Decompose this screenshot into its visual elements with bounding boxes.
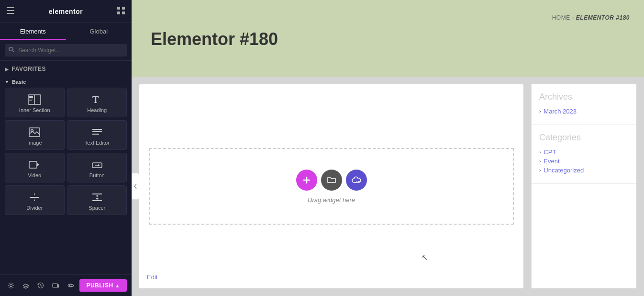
tab-elements[interactable]: Elements (0, 23, 66, 40)
categories-item-0-label: CPT (544, 148, 556, 156)
svg-rect-0 (7, 7, 14, 8)
widget-spacer-label: Spacer (89, 205, 105, 211)
cursor-indicator: ↖ (422, 253, 428, 262)
favorites-header[interactable]: ▶ Favorites (5, 64, 127, 74)
svg-marker-21 (37, 163, 39, 167)
svg-marker-24 (98, 164, 100, 167)
svg-point-42 (356, 181, 357, 182)
inner-section-icon (28, 94, 41, 105)
preview-icon[interactable] (65, 279, 77, 292)
folder-button[interactable] (321, 170, 342, 191)
categories-item-1[interactable]: › Event (539, 158, 629, 165)
history-icon[interactable] (35, 279, 47, 292)
edit-link[interactable]: Edit (147, 273, 157, 281)
widget-video[interactable]: Video (5, 153, 65, 182)
page-title: Elementor #180 (151, 29, 625, 49)
breadcrumb-home: HOME (552, 14, 570, 21)
basic-label: Basic (12, 79, 26, 85)
svg-rect-29 (92, 200, 102, 201)
grid-icon[interactable] (117, 7, 125, 16)
search-input[interactable] (5, 44, 127, 57)
favorites-arrow-icon: ▶ (5, 67, 9, 72)
svg-marker-33 (96, 198, 99, 200)
sidebar-tabs: Elements Global (0, 23, 132, 40)
publish-chevron-icon: ▲ (115, 283, 120, 288)
widget-inner-section-label: Inner Section (19, 107, 50, 113)
divider-icon (29, 192, 40, 203)
categories-item-2[interactable]: › Uncategorized (539, 167, 629, 174)
archives-title: Archives (539, 92, 629, 102)
categories-item-2-label: Uncategorized (544, 167, 584, 174)
hide-panel-button[interactable] (132, 173, 139, 200)
layers-icon[interactable] (20, 279, 32, 292)
favorites-section: ▶ Favorites (0, 61, 132, 76)
page-banner: Elementor #180 HOME › ELEMENTOR #180 (132, 0, 644, 77)
svg-rect-3 (117, 7, 120, 10)
sidebar-logo: elementor (49, 8, 83, 15)
widget-button-label: Button (89, 172, 105, 178)
publish-button[interactable]: PUBLISH ▲ (79, 279, 127, 292)
drop-zone-actions (296, 170, 367, 191)
text-editor-icon (91, 126, 103, 138)
svg-rect-36 (53, 284, 57, 287)
widget-spacer[interactable]: Spacer (67, 185, 127, 215)
widget-text-editor[interactable]: Text Editor (67, 120, 127, 150)
svg-rect-2 (7, 13, 14, 14)
cloud-button[interactable] (346, 170, 367, 191)
svg-rect-5 (117, 11, 120, 14)
svg-rect-4 (122, 7, 125, 10)
categories-item-2-arrow: › (539, 168, 541, 173)
search-bar (0, 40, 132, 61)
tab-global[interactable]: Global (66, 23, 132, 40)
canvas-content: Drag widget here ↖ Edit (139, 84, 523, 288)
categories-panel: Categories › CPT › Event › Uncategorized (532, 125, 636, 184)
widget-text-editor-label: Text Editor (85, 140, 110, 146)
categories-item-0-arrow: › (539, 149, 541, 155)
widget-image-label: Image (27, 140, 42, 146)
svg-point-38 (69, 285, 72, 287)
svg-rect-6 (122, 11, 125, 14)
categories-item-1-arrow: › (539, 159, 541, 164)
responsive-icon[interactable] (50, 279, 62, 292)
widget-button[interactable]: Button (67, 153, 127, 182)
sidebar-footer: PUBLISH ▲ (0, 274, 132, 296)
widget-inner-section[interactable]: Inner Section (5, 88, 65, 117)
video-icon (29, 159, 40, 171)
breadcrumb-current: ELEMENTOR #180 (576, 14, 630, 21)
categories-item-0[interactable]: › CPT (539, 148, 629, 156)
heading-icon: T (91, 94, 103, 105)
drop-zone: Drag widget here (149, 148, 514, 225)
svg-rect-25 (30, 197, 39, 198)
archives-panel: Archives › March 2023 (532, 84, 636, 125)
canvas-main: Drag widget here ↖ Edit Archives › March… (132, 77, 644, 296)
settings-icon[interactable] (5, 279, 17, 292)
breadcrumb-separator: › (572, 14, 576, 21)
svg-rect-17 (92, 129, 102, 130)
right-sidebar: Archives › March 2023 Categories › CPT (531, 84, 636, 288)
publish-label: PUBLISH (86, 282, 113, 289)
widgets-grid: Inner Section T Heading (0, 86, 132, 217)
svg-point-34 (10, 285, 12, 287)
widget-image[interactable]: Image (5, 120, 65, 150)
svg-text:T: T (92, 94, 99, 105)
svg-point-41 (358, 181, 359, 182)
add-widget-button[interactable] (296, 170, 317, 191)
spacer-icon (91, 192, 103, 203)
left-sidebar: elementor Elements Global (0, 0, 132, 296)
svg-rect-18 (92, 131, 102, 132)
widget-heading-label: Heading (87, 107, 107, 113)
basic-section-header[interactable]: ▼ Basic (0, 76, 132, 86)
widget-heading[interactable]: T Heading (67, 88, 127, 117)
widget-video-label: Video (28, 172, 41, 178)
svg-rect-12 (29, 99, 33, 100)
main-area: Elementor #180 HOME › ELEMENTOR #180 (132, 0, 644, 296)
categories-title: Categories (539, 133, 629, 143)
widget-divider-label: Divider (26, 205, 43, 211)
widget-divider[interactable]: Divider (5, 185, 65, 215)
svg-marker-31 (96, 195, 99, 196)
archives-item-0-label: March 2023 (544, 108, 577, 115)
svg-line-8 (13, 51, 14, 52)
button-icon (91, 159, 103, 171)
hamburger-icon[interactable] (7, 7, 14, 16)
archives-item-0[interactable]: › March 2023 (539, 108, 629, 115)
